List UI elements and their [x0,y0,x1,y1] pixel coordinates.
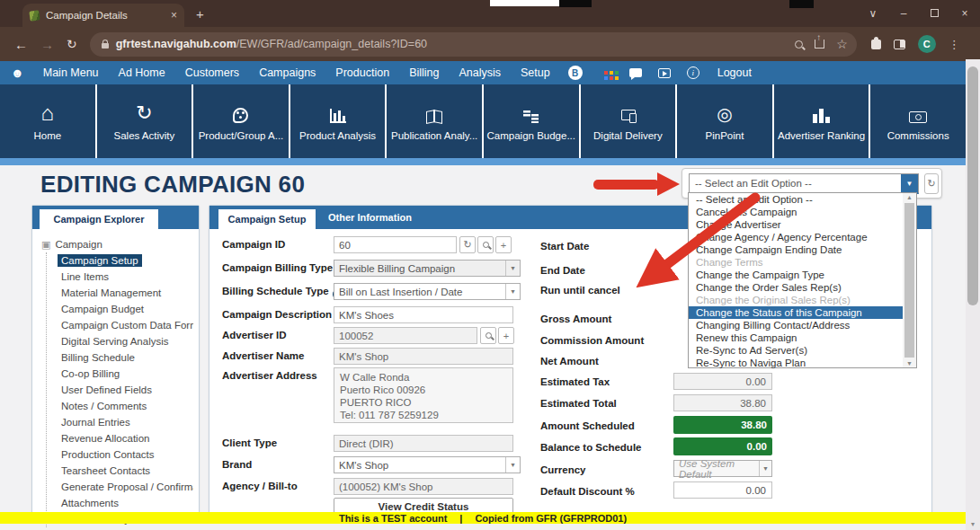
tree-item-custom-data-forms[interactable]: Campaign Custom Data Forms [58,317,193,333]
forward-button[interactable]: → [40,37,54,52]
scroll-down-icon[interactable]: ▼ [903,360,916,367]
nav-item-billing[interactable]: Billing [399,66,449,79]
tile-advertiser-ranking[interactable]: Advertiser Ranking [774,84,869,158]
campaign-id-input[interactable]: 60 [334,236,457,253]
estimated-tax-input[interactable]: 0.00 [673,373,772,390]
tree-item-tearsheet-contacts[interactable]: Tearsheet Contacts [58,463,193,479]
maximize-button[interactable] [919,7,949,20]
tile-publication-analysis[interactable]: Publication Analy... [387,84,482,158]
scrollbar-thumb[interactable] [967,66,978,305]
share-icon[interactable] [815,40,824,49]
profile-avatar[interactable]: C [918,35,936,53]
tree-item-campaign-budget[interactable]: Campaign Budget [58,301,193,317]
estimated-total-input[interactable]: 38.80 [673,394,772,411]
advertiser-id-input[interactable]: 100052 [334,327,477,344]
nav-item-logout[interactable]: Logout [708,66,762,79]
tree-item-coop-billing[interactable]: Co-op Billing [58,366,193,382]
tile-home[interactable]: ⌂ Home [0,84,95,158]
edit-option-item-selected[interactable]: Change the Status of this Campaign [689,306,904,319]
nav-item-ad-home[interactable]: Ad Home [109,66,175,79]
tree-item-journal-entries[interactable]: Journal Entries [58,414,193,430]
url-input[interactable]: gfrtest.navigahub.com/EW/GFR/ad/campaign… [90,32,857,57]
chat-icon[interactable] [629,68,642,77]
description-input[interactable]: KM's Shoes [334,306,513,323]
chevron-down-icon[interactable]: ▼ [901,174,918,192]
nav-item-production[interactable]: Production [325,66,399,79]
minimize-button[interactable]: – [888,7,919,20]
video-tutorials-icon[interactable] [658,68,671,78]
agency-billto-input[interactable]: (100052) KM's Shop [334,478,513,495]
tree-item-attachments[interactable]: Attachments [58,495,193,511]
info-icon[interactable]: i [687,66,699,79]
scroll-up-icon[interactable]: ▲ [903,194,916,200]
b-badge-icon[interactable]: B [568,66,583,80]
tree-item-line-items[interactable]: Line Items [58,269,193,285]
side-panel-icon[interactable] [894,40,905,49]
default-discount-input[interactable]: 0.00 [673,481,772,499]
add-icon[interactable]: + [498,327,514,344]
tile-sales-activity[interactable]: ↻ Sales Activity [97,84,192,158]
reload-button[interactable]: ↻ [67,37,77,51]
browser-tab[interactable]: Campaign Details × [22,4,184,27]
apps-grid-icon[interactable] [599,66,613,80]
brand-select[interactable]: KM's Shop▼ [334,456,521,473]
advertiser-address-textarea[interactable]: W Calle Ronda Puerto Rico 00926 PUERTO R… [334,367,513,423]
zoom-icon[interactable] [795,40,803,49]
search-icon[interactable] [477,236,494,253]
agency-billto-label: Agency / Bill-to [222,481,298,491]
tree-item-production-contacts[interactable]: Production Contacts [58,446,193,463]
currency-select[interactable]: Use System Default▼ [673,460,772,477]
scrollbar-thumb[interactable] [904,203,914,358]
tile-product-group-analysis[interactable]: Product/Group A... [193,84,289,158]
add-icon[interactable]: + [495,236,512,253]
client-type-input[interactable]: Direct (DIR) [334,435,513,452]
search-icon[interactable] [480,327,496,344]
tree-root-campaign[interactable]: ▣ Campaign [41,236,193,252]
advertiser-name-input[interactable]: KM's Shop [334,348,513,365]
tree-item-campaign-setup[interactable]: Campaign Setup [58,252,193,269]
edit-option-item[interactable]: Changing Billing Contact/Address [689,319,904,331]
tree-item-digital-serving-analysis[interactable]: Digital Serving Analysis [58,333,193,349]
chevron-down-icon[interactable]: ∨ [858,7,888,20]
edit-option-item[interactable]: Re-Sync to Naviga Plan [689,357,904,369]
tile-commissions[interactable]: Commissions [870,84,966,158]
browser-menu-icon[interactable]: ⋮ [949,38,960,51]
nav-item-setup[interactable]: Setup [511,66,560,79]
extensions-icon[interactable] [871,40,881,49]
tree-item-billing-schedule[interactable]: Billing Schedule [58,349,193,366]
user-icon[interactable]: ☻ [11,66,24,80]
tile-campaign-budget[interactable]: Campaign Budge... [484,84,579,158]
tile-pinpoint[interactable]: ◎ PinPoint [677,84,772,158]
nav-item-main-menu[interactable]: Main Menu [33,66,109,79]
nav-item-campaigns[interactable]: Campaigns [249,66,325,79]
estimated-tax-label: Estimated Tax [540,376,610,387]
refresh-button[interactable]: ↻ [924,173,939,194]
edit-option-item[interactable]: Renew this Campaign [689,331,904,344]
new-tab-button[interactable]: + [196,6,204,22]
scroll-down-icon[interactable]: ▾ [966,520,980,528]
close-button[interactable]: × [949,7,980,20]
tree-item-revenue-allocation[interactable]: Revenue Allocation [58,430,193,446]
back-button[interactable]: ← [14,37,28,52]
tab-close-icon[interactable]: × [171,9,177,22]
nav-item-customers[interactable]: Customers [175,66,249,79]
edit-option-item[interactable]: Re-Sync to Ad Server(s) [689,344,904,357]
tree-item-generate-proposal[interactable]: Generate Proposal / Confirmation [58,479,193,495]
page-scrollbar[interactable]: ▾ [966,59,980,530]
tree-item-notes-comments[interactable]: Notes / Comments [58,398,193,414]
tab-other-information[interactable]: Other Information [328,206,412,229]
dropdown-scrollbar[interactable]: ▲ ▼ [903,193,916,367]
tile-digital-delivery[interactable]: Digital Delivery [581,84,676,158]
tree-item-material-management[interactable]: Material Management [58,285,193,301]
tab-campaign-setup[interactable]: Campaign Setup [218,209,316,229]
nav-item-analysis[interactable]: Analysis [449,66,511,79]
bookmark-star-icon[interactable]: ☆ [836,37,848,51]
billing-type-select[interactable]: Flexible Billing Campaign▼ [334,260,521,277]
tree-item-user-defined-fields[interactable]: User Defined Fields [58,382,193,398]
schedule-type-select[interactable]: Bill on Last Insertion / Date▼ [334,283,521,300]
lock-icon[interactable] [102,43,109,49]
refresh-icon[interactable]: ↻ [459,236,476,253]
explorer-title-tab[interactable]: Campaign Explorer [40,209,158,229]
tile-product-analysis[interactable]: Product Analysis [290,84,386,158]
edit-option-item[interactable]: Change the Original Sales Rep(s) [689,294,904,306]
